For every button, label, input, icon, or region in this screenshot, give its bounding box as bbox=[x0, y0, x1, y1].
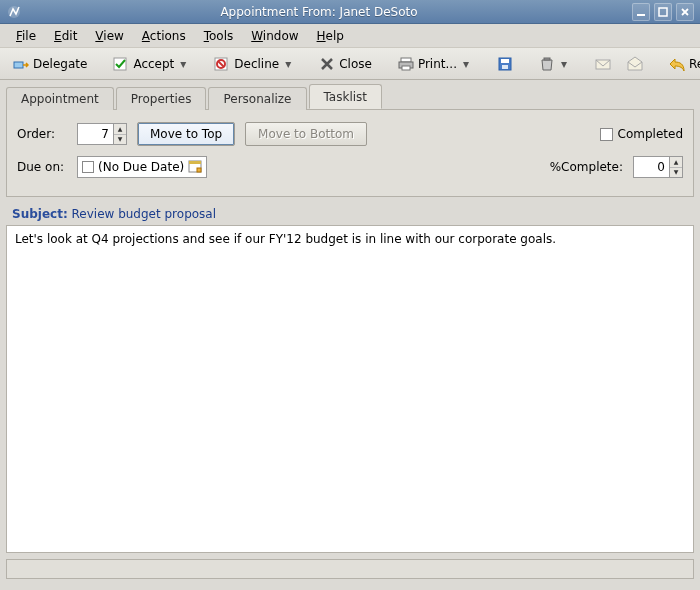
stepper-up-icon[interactable]: ▲ bbox=[670, 157, 682, 168]
subject-value: Review budget proposal bbox=[72, 207, 217, 221]
svg-rect-13 bbox=[544, 58, 550, 60]
menu-edit[interactable]: Edit bbox=[46, 27, 85, 45]
tab-properties[interactable]: Properties bbox=[116, 87, 207, 110]
menu-file[interactable]: File bbox=[8, 27, 44, 45]
delegate-button[interactable]: Delegate bbox=[6, 51, 94, 77]
decline-label: Decline bbox=[234, 57, 279, 71]
reply-label: Reply bbox=[689, 57, 700, 71]
close-button[interactable]: Close bbox=[312, 51, 379, 77]
due-date-field[interactable]: (No Due Date) bbox=[77, 156, 207, 178]
print-label: Print... bbox=[418, 57, 457, 71]
subject-label: Subject: bbox=[12, 207, 68, 221]
order-label: Order: bbox=[17, 127, 67, 141]
tab-strip: Appointment Properties Personalize Taskl… bbox=[0, 80, 700, 109]
tasklist-panel: Order: ▲ ▼ Move to Top Move to Bottom Co… bbox=[6, 109, 694, 197]
svg-rect-16 bbox=[189, 161, 201, 164]
print-icon bbox=[398, 56, 414, 72]
toolbar: Delegate Accept ▾ Decline ▾ Close Print.… bbox=[0, 48, 700, 80]
move-to-top-button[interactable]: Move to Top bbox=[137, 122, 235, 146]
svg-rect-11 bbox=[501, 59, 509, 63]
stepper-down-icon[interactable]: ▼ bbox=[670, 168, 682, 178]
stepper-up-icon[interactable]: ▲ bbox=[114, 124, 126, 135]
due-on-label: Due on: bbox=[17, 160, 67, 174]
close-window-button[interactable] bbox=[676, 3, 694, 21]
percent-complete-label: %Complete: bbox=[550, 160, 623, 174]
move-to-bottom-button[interactable]: Move to Bottom bbox=[245, 122, 367, 146]
accept-label: Accept bbox=[133, 57, 174, 71]
menu-help[interactable]: Help bbox=[309, 27, 352, 45]
order-input[interactable] bbox=[77, 123, 113, 145]
delegate-icon bbox=[13, 56, 29, 72]
svg-rect-17 bbox=[197, 168, 201, 172]
close-label: Close bbox=[339, 57, 372, 71]
title-bar: Appointment From: Janet DeSoto bbox=[0, 0, 700, 24]
due-date-value: (No Due Date) bbox=[98, 160, 184, 174]
checkbox-box-icon bbox=[82, 161, 94, 173]
percent-complete-input[interactable] bbox=[633, 156, 669, 178]
trash-icon bbox=[539, 56, 555, 72]
dropdown-icon[interactable]: ▾ bbox=[178, 57, 188, 71]
subject-bar: Subject: Review budget proposal bbox=[6, 203, 694, 225]
completed-label: Completed bbox=[618, 127, 683, 141]
address-button[interactable] bbox=[588, 51, 618, 77]
menu-tools[interactable]: Tools bbox=[196, 27, 242, 45]
close-icon bbox=[319, 56, 335, 72]
reply-button[interactable]: Reply ▾ bbox=[662, 51, 700, 77]
calendar-icon[interactable] bbox=[188, 159, 202, 176]
window-controls bbox=[632, 3, 694, 21]
percent-complete-stepper[interactable]: ▲ ▼ bbox=[633, 156, 683, 178]
delegate-label: Delegate bbox=[33, 57, 87, 71]
svg-rect-2 bbox=[659, 8, 667, 16]
svg-rect-9 bbox=[402, 66, 410, 70]
stepper-down-icon[interactable]: ▼ bbox=[114, 135, 126, 145]
print-button[interactable]: Print... ▾ bbox=[391, 51, 478, 77]
save-icon bbox=[497, 56, 513, 72]
body-pane[interactable]: Let's look at Q4 projections and see if … bbox=[6, 225, 694, 553]
completed-checkbox[interactable]: Completed bbox=[600, 127, 683, 141]
read-button[interactable] bbox=[620, 51, 650, 77]
menu-view[interactable]: View bbox=[87, 27, 131, 45]
svg-rect-3 bbox=[14, 62, 23, 68]
accept-button[interactable]: Accept ▾ bbox=[106, 51, 195, 77]
save-button[interactable] bbox=[490, 51, 520, 77]
dropdown-icon[interactable]: ▾ bbox=[559, 57, 569, 71]
svg-rect-7 bbox=[401, 58, 411, 62]
menu-bar: File Edit View Actions Tools Window Help bbox=[0, 24, 700, 48]
menu-actions[interactable]: Actions bbox=[134, 27, 194, 45]
dropdown-icon[interactable]: ▾ bbox=[283, 57, 293, 71]
dropdown-icon[interactable]: ▾ bbox=[461, 57, 471, 71]
body-text: Let's look at Q4 projections and see if … bbox=[15, 232, 556, 246]
reply-icon bbox=[669, 56, 685, 72]
tab-tasklist[interactable]: Tasklist bbox=[309, 84, 383, 109]
envelope-icon bbox=[595, 56, 611, 72]
maximize-button[interactable] bbox=[654, 3, 672, 21]
minimize-button[interactable] bbox=[632, 3, 650, 21]
order-stepper[interactable]: ▲ ▼ bbox=[77, 123, 127, 145]
checkbox-box-icon bbox=[600, 128, 613, 141]
svg-rect-1 bbox=[637, 14, 645, 16]
tab-personalize[interactable]: Personalize bbox=[208, 87, 306, 110]
svg-rect-12 bbox=[502, 65, 508, 69]
menu-window[interactable]: Window bbox=[243, 27, 306, 45]
accept-icon bbox=[113, 56, 129, 72]
envelope-open-icon bbox=[627, 56, 643, 72]
decline-icon bbox=[214, 56, 230, 72]
trash-button[interactable]: ▾ bbox=[532, 51, 576, 77]
tab-appointment[interactable]: Appointment bbox=[6, 87, 114, 110]
status-bar bbox=[6, 559, 694, 579]
window-title: Appointment From: Janet DeSoto bbox=[6, 5, 632, 19]
decline-button[interactable]: Decline ▾ bbox=[207, 51, 300, 77]
